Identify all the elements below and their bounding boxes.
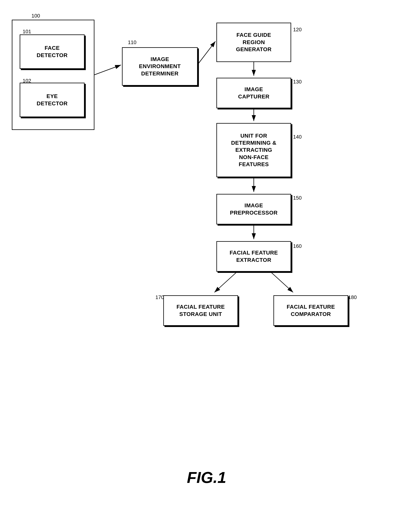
eye-detector-label: EYEDETECTOR (37, 93, 68, 107)
ref-170-label: 170 (155, 294, 164, 300)
figure-label: FIG.1 (167, 468, 246, 487)
image-capturer-label: IMAGECAPTURER (238, 86, 270, 100)
ref-100: 100 (31, 13, 40, 19)
ref-101-label: 101 (23, 29, 31, 35)
ref-160-label: 160 (293, 243, 302, 249)
facial-comparator-block: FACIAL FEATURECOMPARATOR (273, 295, 348, 326)
image-env-block: IMAGEENVIRONMENTDETERMINER (122, 47, 198, 86)
facial-storage-label: FACIAL FEATURESTORAGE UNIT (176, 303, 225, 318)
ref-120-label: 120 (293, 27, 302, 33)
ref-180-label: 180 (348, 294, 357, 300)
svg-line-7 (214, 273, 236, 292)
ref-150-label: 150 (293, 195, 302, 201)
facial-comparator-label: FACIAL FEATURECOMPARATOR (287, 303, 335, 318)
face-detector-label: FACEDETECTOR (37, 45, 68, 59)
face-guide-block: FACE GUIDEREGIONGENERATOR (216, 23, 291, 62)
eye-detector-block: EYEDETECTOR (20, 83, 85, 117)
face-guide-label: FACE GUIDEREGIONGENERATOR (236, 31, 272, 53)
image-capturer-block: IMAGECAPTURER (216, 78, 291, 108)
image-preprocessor-label: IMAGEPREPROCESSOR (230, 202, 278, 216)
image-env-label: IMAGEENVIRONMENTDETERMINER (139, 56, 180, 77)
diagram: 100 101 FACEDETECTOR 102 EYEDETECTOR 110… (0, 0, 420, 514)
facial-extractor-block: FACIAL FEATUREEXTRACTOR (216, 241, 291, 272)
ref-130-label: 130 (293, 79, 302, 85)
facial-extractor-label: FACIAL FEATUREEXTRACTOR (230, 249, 278, 264)
image-preprocessor-block: IMAGEPREPROCESSOR (216, 194, 291, 224)
svg-line-2 (197, 41, 215, 65)
svg-line-1 (94, 65, 121, 75)
svg-line-8 (271, 273, 293, 292)
ref-140-label: 140 (293, 134, 302, 140)
face-detector-block: FACEDETECTOR (20, 34, 85, 69)
facial-storage-block: FACIAL FEATURESTORAGE UNIT (163, 295, 238, 326)
unit-determining-label: UNIT FORDETERMINING &EXTRACTINGNON-FACEF… (231, 132, 277, 168)
ref-110-label: 110 (128, 39, 136, 46)
unit-determining-block: UNIT FORDETERMINING &EXTRACTINGNON-FACEF… (216, 123, 291, 177)
